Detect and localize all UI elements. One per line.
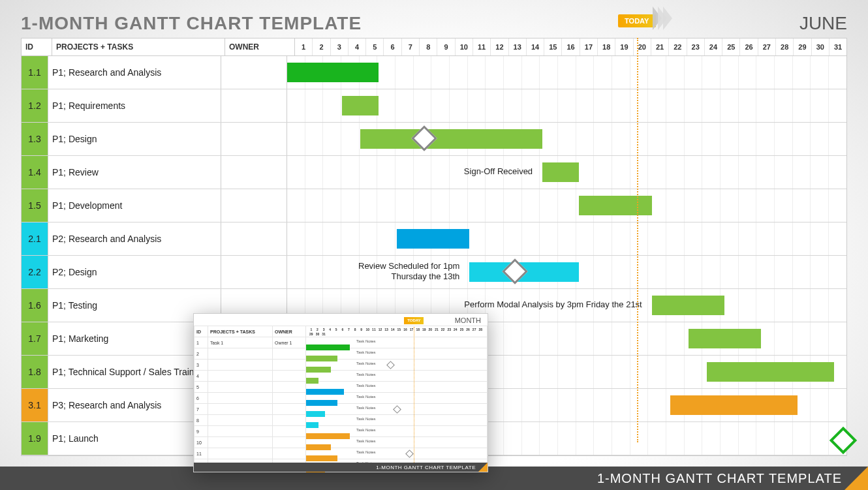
chevron-decor [657,7,672,33]
gantt-bar[interactable] [670,395,798,415]
thumb-row: 8Task Notes [194,415,488,426]
task-note: Perform Modal Analysis by 3pm Friday the… [446,299,642,309]
day-header-25: 25 [722,38,740,55]
day-header-26: 26 [740,38,758,55]
day-header-9: 9 [437,38,455,55]
row-id: 1.3 [22,123,48,155]
thumb-row: 7Task Notes [194,404,488,415]
row-owner [221,89,287,122]
col-owner: OWNER [225,38,295,55]
thumb-today-badge: TODAY [404,317,424,324]
row-id: 1.6 [22,289,48,322]
row-id: 1.7 [22,322,48,355]
day-header-23: 23 [687,38,705,55]
day-header-7: 7 [402,38,420,55]
gantt-bar[interactable] [542,162,579,182]
day-header-8: 8 [420,38,437,55]
day-header-22: 22 [669,38,687,55]
row-owner [221,222,287,255]
thumb-col-id: ID [194,326,208,337]
row-timeline [287,89,846,122]
row-owner [221,189,287,222]
thumb-row: 4Task Notes [194,371,488,382]
day-header-30: 30 [812,38,829,55]
row-timeline [287,123,846,155]
gantt-bar[interactable] [579,196,652,215]
gantt-bar[interactable] [360,129,542,149]
thumb-col-task: PROJECTS + TASKS [208,326,273,337]
page-title: 1-MONTH GANTT CHART TEMPLATE [21,13,362,34]
table-row: 2.2P2; DesignReview Scheduled for 1pmThu… [22,256,846,289]
row-timeline: Review Scheduled for 1pmThursday the 13t… [287,256,846,288]
row-timeline [287,56,846,89]
thumb-table: ID PROJECTS + TASKS OWNER 12345678910111… [194,326,488,470]
gantt-bar[interactable] [689,329,762,348]
day-header-14: 14 [527,38,544,55]
day-header-17: 17 [580,38,598,55]
row-timeline [287,222,846,255]
row-task: P1; Review [48,156,221,189]
page: 1-MONTH GANTT CHART TEMPLATE JUNE ID PRO… [0,0,868,490]
task-note: Sign-Off Received [337,166,533,176]
day-header-20: 20 [634,38,651,55]
thumb-row: 9Task Notes [194,426,488,437]
day-header-13: 13 [509,38,527,55]
day-header-3: 3 [331,38,349,55]
row-owner [221,123,287,155]
thumb-footer: 1-MONTH GANTT CHART TEMPLATE [194,463,488,472]
day-header-18: 18 [598,38,615,55]
thumb-accent-icon [478,463,488,472]
thumb-footer-text: 1-MONTH GANTT CHART TEMPLATE [376,465,476,470]
row-id: 1.5 [22,189,48,222]
row-timeline [287,189,846,222]
thumb-row: 10Task Notes [194,437,488,448]
gantt-bar[interactable] [397,229,470,249]
table-row: 1.5P1; Development [22,189,846,222]
row-task: P1; Development [48,189,221,222]
day-header-4: 4 [349,38,366,55]
footer-accent-icon [845,467,868,490]
row-timeline: Sign-Off Received [287,156,846,189]
day-header-19: 19 [615,38,633,55]
day-header-1: 1 [295,38,313,55]
row-id: 1.2 [22,89,48,122]
col-task: PROJECTS + TASKS [52,38,225,55]
month-label: JUNE [799,13,847,34]
day-header-11: 11 [473,38,491,55]
thumb-row: 6Task Notes [194,393,488,404]
column-header: ID PROJECTS + TASKS OWNER 12345678910111… [22,38,846,56]
day-header-16: 16 [562,38,580,55]
footer-text: 1-MONTH GANTT CHART TEMPLATE [597,471,842,486]
day-header-2: 2 [313,38,330,55]
day-header-6: 6 [384,38,401,55]
thumb-row: 3Task Notes [194,360,488,371]
gantt-bar[interactable] [342,96,379,115]
row-id: 2.1 [22,222,48,255]
row-task: P1; Requirements [48,89,221,122]
row-task: P1; Design [48,123,221,155]
gantt-bar[interactable] [652,296,725,315]
thumb-col-owner: OWNER [273,326,306,337]
row-id: 2.2 [22,256,48,288]
day-header-5: 5 [366,38,384,55]
row-owner [221,56,287,89]
table-row: 2.1P2; Research and Analysis [22,222,846,256]
day-header-21: 21 [651,38,669,55]
day-header-27: 27 [758,38,776,55]
row-owner [221,156,287,189]
day-header-24: 24 [705,38,722,55]
row-id: 1.9 [22,422,48,455]
row-id: 1.4 [22,156,48,189]
col-id: ID [22,38,52,55]
table-row: 1.1P1; Research and Analysis [22,56,846,89]
thumb-row: 11Task Notes [194,448,488,459]
gantt-bar[interactable] [707,362,835,382]
day-header-15: 15 [544,38,562,55]
row-task: P2; Design [48,256,221,288]
gantt-bar[interactable] [287,63,379,82]
task-note: Review Scheduled for 1pmThursday the 13t… [264,261,459,282]
thumbnail-preview: MONTH TODAY ID PROJECTS + TASKS OWNER 12… [193,313,488,472]
table-row: 1.3P1; Design [22,123,846,156]
row-id: 1.8 [22,356,48,388]
day-header-12: 12 [491,38,508,55]
